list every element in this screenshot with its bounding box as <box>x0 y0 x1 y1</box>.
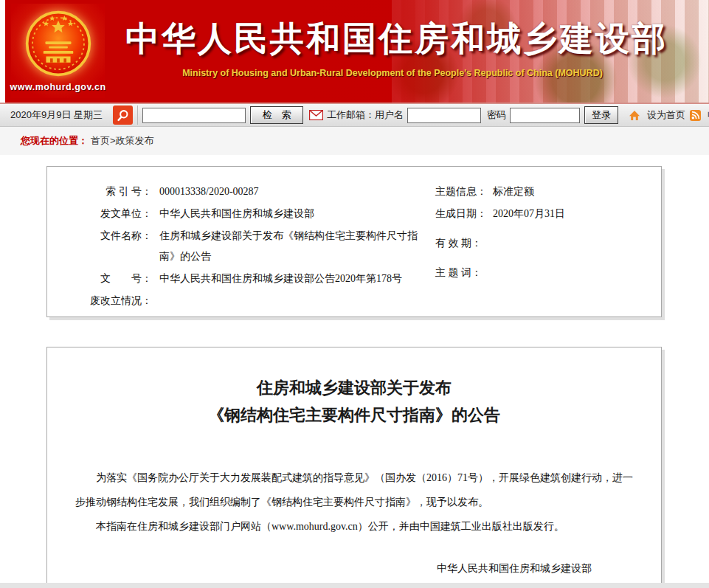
breadcrumb-path[interactable]: 首页>政策发布 <box>91 134 154 148</box>
field-label: 主题信息： <box>435 181 485 202</box>
info-row-generate-date: 生成日期： 2020年07月31日 <box>435 204 661 224</box>
field-value: 标准定额 <box>493 181 534 202</box>
article-paragraph: 本指南在住房和城乡建设部门户网站（www.mohurd.gov.cn）公开，并由… <box>75 514 633 539</box>
field-value: 000013338/2020-00287 <box>159 181 259 202</box>
info-row-document-title: 文件名称： 住房和城乡建设部关于发布《钢结构住宅主要构件尺寸指南》的公告 <box>69 226 431 267</box>
site-title: 中华人民共和国住房和城乡建设部 <box>125 16 686 62</box>
mail-username-label: 工作邮箱：用户名 <box>327 108 404 122</box>
field-label: 文 号： <box>69 269 152 289</box>
current-date: 2020年9月9日 星期三 <box>10 108 103 122</box>
article-body: 为落实《国务院办公厅关于大力发展装配式建筑的指导意见》（国办发（2016）71号… <box>75 466 633 539</box>
signature-issuer: 中华人民共和国住房和城乡建设部 <box>437 558 592 580</box>
info-row-topic-info: 主题信息： 标准定额 <box>435 181 661 202</box>
metadata-left-column: 索 引 号： 000013338/2020-00287 发文单位： 中华人民共和… <box>47 181 431 313</box>
site-header: www.mohurd.gov.cn 中华人民共和国住房和城乡建设部 Minist… <box>5 0 709 103</box>
password-input[interactable] <box>510 108 580 123</box>
article-title: 住房和城乡建设部关于发布 《钢结构住宅主要构件尺寸指南》的公告 <box>75 374 633 429</box>
field-value: 2020年07月31日 <box>493 204 565 224</box>
login-button[interactable]: 登录 <box>584 106 618 124</box>
search-icon[interactable] <box>113 106 133 125</box>
toolbar: 2020年9月9日 星期三 检 索 工作邮箱：用户名 密码 登录 <box>0 103 709 127</box>
field-label: 生成日期： <box>435 204 485 224</box>
field-label: 主 题 词： <box>435 263 485 283</box>
info-row-valid-period: 有 效 期： <box>435 233 661 254</box>
password-label: 密码 <box>487 108 506 122</box>
field-label: 有 效 期： <box>435 233 485 254</box>
page: www.mohurd.gov.cn 中华人民共和国住房和城乡建设部 Minist… <box>0 0 709 588</box>
info-row-document-number: 文 号： 中华人民共和国住房和城乡建设部公告2020年第178号 <box>69 269 431 289</box>
window-bottom-edge <box>0 583 709 588</box>
breadcrumb: 您现在的位置： 首页>政策发布 <box>0 127 709 155</box>
field-label: 文件名称： <box>69 226 152 246</box>
username-input[interactable] <box>407 108 481 123</box>
mail-icon <box>309 110 323 120</box>
article-title-line1: 住房和城乡建设部关于发布 <box>75 374 633 401</box>
article-paragraph: 为落实《国务院办公厅关于大力发展装配式建筑的指导意见》（国办发（2016）71号… <box>75 466 633 514</box>
field-label: 索 引 号： <box>69 181 152 202</box>
field-label: 废改立情况： <box>69 291 152 311</box>
rss-favorite-icon <box>690 110 701 121</box>
toolbar-quick-links: 设为首页 收藏 <box>629 108 709 122</box>
field-value: 中华人民共和国住房和城乡建设部公告2020年第178号 <box>159 269 402 289</box>
site-url: www.mohurd.gov.cn <box>10 82 106 92</box>
info-row-issuing-unit: 发文单位： 中华人民共和国住房和城乡建设部 <box>69 204 431 224</box>
toolbar-separator <box>137 106 138 125</box>
info-row-keywords: 主 题 词： <box>435 263 661 283</box>
field-label: 发文单位： <box>69 204 152 224</box>
field-value: 中华人民共和国住房和城乡建设部 <box>159 204 314 224</box>
metadata-right-column: 主题信息： 标准定额 生成日期： 2020年07月31日 有 效 期： 主 题 … <box>431 181 661 313</box>
breadcrumb-label: 您现在的位置： <box>21 134 88 148</box>
site-logo: www.mohurd.gov.cn <box>11 4 105 98</box>
set-homepage-link[interactable]: 设为首页 <box>647 108 685 122</box>
document-metadata-box: 索 引 号： 000013338/2020-00287 发文单位： 中华人民共和… <box>46 166 662 317</box>
home-icon <box>629 110 640 121</box>
info-row-index-number: 索 引 号： 000013338/2020-00287 <box>69 181 431 202</box>
announcement-article-box: 住房和城乡建设部关于发布 《钢结构住宅主要构件尺寸指南》的公告 为落实《国务院办… <box>46 347 662 588</box>
site-subtitle-english: Ministry of Housing and Urban-Rural Deve… <box>131 68 654 78</box>
search-button[interactable]: 检 索 <box>250 106 303 124</box>
search-input[interactable] <box>142 108 246 123</box>
info-row-repeal-status: 废改立情况： <box>69 291 431 311</box>
field-value: 住房和城乡建设部关于发布《钢结构住宅主要构件尺寸指南》的公告 <box>159 226 419 267</box>
article-title-line2: 《钢结构住宅主要构件尺寸指南》的公告 <box>75 401 633 429</box>
national-emblem-icon <box>24 10 92 80</box>
